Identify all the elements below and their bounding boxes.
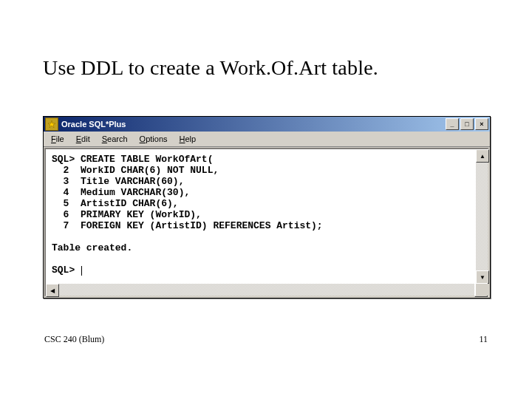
window-title: Oracle SQL*Plus xyxy=(61,120,126,129)
maximize-button[interactable]: □ xyxy=(460,118,474,130)
menu-search[interactable]: Search xyxy=(96,133,134,145)
scroll-left-button[interactable]: ◀ xyxy=(46,284,59,297)
scroll-track-vertical[interactable] xyxy=(476,163,488,270)
terminal-output[interactable]: SQL> CREATE TABLE WorkOfArt( 2 WorkID CH… xyxy=(46,149,488,296)
close-button[interactable]: × xyxy=(475,118,488,130)
horizontal-scrollbar[interactable]: ◀ ▶ xyxy=(46,284,488,296)
sqlplus-window: Oracle SQL*Plus _ □ × File Edit Search O… xyxy=(43,116,491,299)
app-icon xyxy=(45,117,58,131)
scroll-track-horizontal[interactable] xyxy=(59,284,474,296)
slide-title: Use DDL to create a Work.Of.Art table. xyxy=(43,56,378,80)
scrollbar-corner xyxy=(475,283,488,296)
titlebar: Oracle SQL*Plus _ □ × xyxy=(44,117,490,132)
scroll-up-button[interactable]: ▲ xyxy=(476,149,489,163)
menu-edit[interactable]: Edit xyxy=(70,133,96,145)
menubar: File Edit Search Options Help xyxy=(44,132,490,147)
menu-file[interactable]: File xyxy=(45,133,70,145)
minimize-button[interactable]: _ xyxy=(446,118,459,130)
menu-options[interactable]: Options xyxy=(134,133,174,145)
menu-help[interactable]: Help xyxy=(174,133,202,145)
svg-marker-0 xyxy=(48,120,55,128)
vertical-scrollbar[interactable]: ▲ ▼ xyxy=(476,149,488,284)
slide-number: 11 xyxy=(479,334,488,345)
client-area: SQL> CREATE TABLE WorkOfArt( 2 WorkID CH… xyxy=(44,148,489,297)
slide-footer-left: CSC 240 (Blum) xyxy=(44,334,104,345)
scroll-down-button[interactable]: ▼ xyxy=(476,270,489,284)
text-cursor xyxy=(81,266,82,276)
